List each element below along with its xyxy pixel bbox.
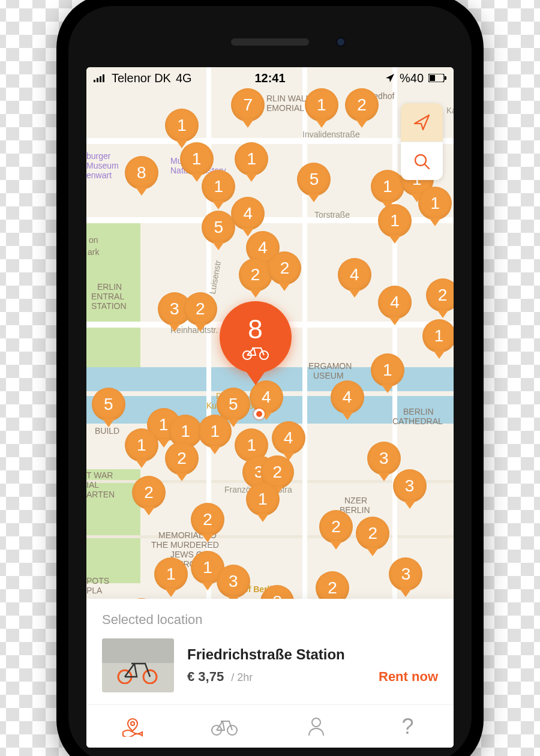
map-pin[interactable]: 2 [319,510,353,544]
map-pin[interactable]: 5 [297,163,331,196]
search-button[interactable] [401,142,443,180]
battery-icon [428,74,446,82]
map-pin[interactable]: 5 [92,388,125,421]
map-pin[interactable]: 1 [371,353,404,387]
map-pin[interactable]: 4 [378,286,412,319]
map-pin[interactable]: 1 [378,204,412,238]
map-pin[interactable]: 7 [231,88,265,122]
map-pin[interactable]: 1 [235,142,268,176]
map-controls [401,103,443,180]
map-pin[interactable]: 1 [422,319,454,353]
help-icon: ? [401,714,413,739]
map-label: BUILD [95,426,119,436]
signal-icon [94,74,107,82]
svg-rect-2 [100,76,101,82]
tab-bikes[interactable] [178,705,270,748]
status-bar: Telenor DK 4G 12:41 %40 [86,67,454,89]
map-label: NZER [344,496,367,505]
map-label: Museum [86,161,119,170]
map-pin[interactable]: 1 [125,428,158,462]
tab-map[interactable] [86,705,178,748]
map-pin[interactable]: 2 [356,517,389,550]
map-pin[interactable]: 3 [389,557,422,591]
map-pin[interactable]: 2 [191,503,224,536]
svg-line-10 [425,164,429,169]
svg-rect-3 [103,74,104,82]
map-label: T WAR [86,470,113,480]
card-heading: Selected location [102,612,438,628]
map-pin[interactable]: 2 [345,88,379,122]
map-label: ENTRAL [91,292,124,301]
clock: 12:41 [254,71,285,85]
selected-location-card: Selected location Friedrichstraße Statio… [86,599,454,704]
bike-icon [242,346,269,360]
map-pin[interactable]: 1 [154,557,188,591]
map-pin[interactable]: 4 [250,380,283,414]
user-location-dot [254,409,265,419]
map-label: Invalidenstraße [302,130,360,139]
map-label: enwart [86,170,112,180]
map-label: PLA [86,586,102,595]
locate-button[interactable] [401,103,443,142]
svg-rect-6 [445,76,446,80]
map-label: ARTEN [86,490,115,499]
map-label: IAL [86,480,99,490]
map-pin-selected[interactable]: 8 [220,301,292,373]
map-label: EMORIAL [266,103,304,113]
map-pin[interactable]: 1 [180,142,214,176]
map-pin[interactable]: 1 [418,187,452,220]
map-label: Torstraße [314,210,350,220]
profile-icon [307,716,326,737]
bike-icon [211,718,238,736]
map-pin[interactable]: 2 [165,442,199,475]
map-pin[interactable]: 2 [132,476,166,509]
map-pin[interactable]: 1 [246,482,280,516]
map-pin[interactable]: 4 [331,380,364,414]
map-pin[interactable]: 2 [184,292,217,326]
map-pin[interactable]: 2 [239,258,272,292]
map-label: ERLIN [97,282,122,292]
svg-rect-0 [94,80,95,82]
price-period: / 2hr [231,671,253,684]
map-label: ERGAMON [308,361,352,371]
pin-count: 8 [248,314,262,344]
map-pin[interactable]: 3 [367,442,401,475]
map-label: ark [88,247,99,257]
tab-help[interactable]: ? [362,705,454,748]
svg-rect-1 [97,78,98,82]
map-label: BERLIN [403,407,434,416]
map-pin[interactable]: 1 [305,88,338,122]
bike-thumb-icon [116,656,158,684]
location-thumbnail[interactable] [102,638,174,692]
map-label: USEUM [313,371,344,380]
map-label: burger [86,151,110,161]
phone-inner: Telenor DK 4G 12:41 %40 [68,6,472,756]
rent-now-button[interactable]: Rent now [379,669,438,685]
carrier-label: Telenor DK [112,71,171,85]
map-pin[interactable]: 3 [217,565,250,598]
map-label: RLIN WALL [266,94,310,103]
map-pin[interactable]: 4 [231,197,265,230]
phone-camera [336,37,346,47]
map-pin[interactable]: 1 [165,109,199,142]
map-pin[interactable]: 1 [371,170,404,203]
map-pin[interactable]: 2 [268,251,301,285]
app-screen: Telenor DK 4G 12:41 %40 [86,67,454,748]
map-pin[interactable]: 4 [338,258,371,292]
phone-speaker [231,38,309,46]
map-pin[interactable]: 4 [272,421,305,455]
search-icon [413,152,431,170]
map-pin[interactable]: 5 [202,211,235,244]
map-pin[interactable]: 1 [202,170,235,203]
map-pin[interactable]: 8 [125,156,158,190]
price: € 3,75 [187,669,224,685]
navigate-icon [412,113,431,132]
map-pin[interactable]: 2 [426,278,454,312]
map-label: Kasta [446,106,454,115]
network-label: 4G [176,71,192,85]
tab-profile[interactable] [270,705,362,748]
map-label: on [89,235,98,245]
svg-rect-5 [430,75,435,81]
map-pin[interactable]: 3 [393,469,427,503]
map-pin[interactable]: 1 [198,415,232,448]
